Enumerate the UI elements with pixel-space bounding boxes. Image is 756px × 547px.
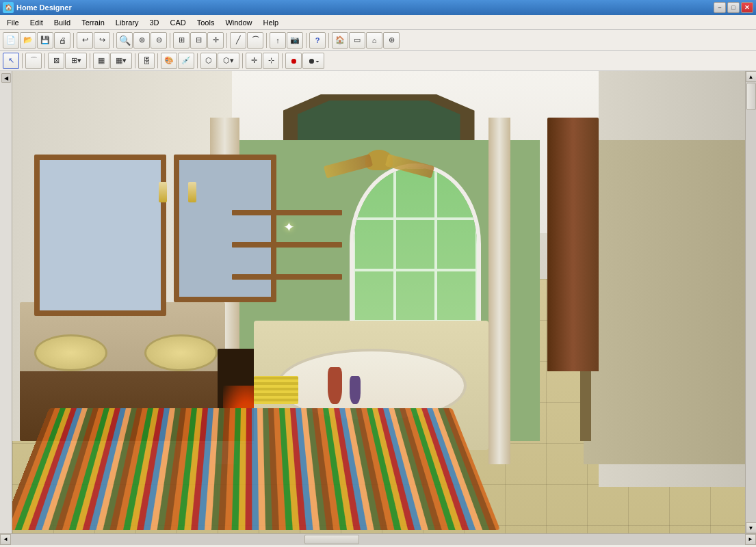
roof-button[interactable]: ⌂ [366, 32, 382, 49]
exterior-button[interactable]: 🏠 [332, 32, 348, 49]
floor-button[interactable]: ▭ [349, 32, 365, 49]
title-bar: 🏠 Home Designer – □ ✕ [0, 0, 756, 15]
fit-button[interactable]: ⊞ [173, 32, 190, 49]
main-area: ◀ [0, 71, 756, 533]
new-button[interactable]: 📄 [3, 32, 19, 49]
toolbar-2: ↖ ⌒ ⊠ ⊞▾ ▦ ▦▾ 🗄 🎨 💉 ⬡ ⬡▾ ✛ ⊹ ⏺ ⏺▾ [0, 51, 756, 71]
menu-item-help[interactable]: Help [258, 17, 285, 28]
toolbar-separator [135, 53, 135, 68]
toolbar-separator [266, 33, 267, 48]
terrain-button[interactable]: ⬡ [200, 53, 217, 69]
mirror-left [34, 155, 166, 317]
scroll-down-button[interactable]: ▼ [746, 522, 757, 533]
column-right [488, 118, 510, 464]
scrollbar-bottom: ◄ ► [0, 533, 756, 544]
transform-button[interactable]: ⊹ [263, 53, 279, 69]
freehand-button[interactable]: ⌒ [25, 53, 42, 69]
rooms-dropdown[interactable]: ▦▾ [110, 53, 132, 69]
toolbar-separator [22, 53, 23, 68]
left-sidebar-button[interactable]: ◀ [1, 73, 11, 83]
toolbar-separator [73, 33, 74, 48]
scroll-thumb[interactable] [746, 83, 756, 110]
eyedropper-button[interactable]: 💉 [178, 53, 194, 69]
toolbar-separator [44, 53, 45, 68]
redo-button[interactable]: ↪ [94, 32, 110, 49]
menu-item-edit[interactable]: Edit [25, 17, 49, 28]
symbol-button[interactable]: ⊛ [383, 32, 400, 49]
scroll-up-button[interactable]: ▲ [746, 71, 757, 82]
arrow-button[interactable]: ↑ [270, 32, 286, 49]
shower-area [584, 140, 745, 464]
app-icon: 🏠 [3, 2, 14, 13]
material-button[interactable]: 🎨 [161, 53, 177, 69]
menu-item-library[interactable]: Library [110, 17, 144, 28]
select-tool-button[interactable]: ↖ [3, 53, 19, 69]
window-pane [354, 219, 395, 270]
undo-button[interactable]: ↩ [77, 32, 93, 49]
move-button[interactable]: ✛ [207, 32, 224, 49]
line-button[interactable]: ╱ [230, 32, 246, 49]
toolbar-separator [242, 53, 243, 68]
title-text: Home Designer [16, 3, 714, 12]
cabinet-button[interactable]: 🗄 [138, 53, 155, 69]
scroll-left-button[interactable]: ◄ [0, 534, 11, 545]
toolbar-separator [282, 53, 283, 68]
toolbar-separator [328, 33, 329, 48]
menu-item-3d[interactable]: 3D [144, 17, 164, 28]
menu-bar: File Edit Build Terrain Library 3D CAD T… [0, 15, 756, 30]
window-pane [395, 219, 436, 270]
scroll-track[interactable] [746, 82, 757, 522]
window-controls: – □ ✕ [714, 2, 753, 13]
help-button[interactable]: ? [309, 32, 326, 49]
menu-item-tools[interactable]: Tools [192, 17, 220, 28]
toolbar-separator [197, 53, 198, 68]
menu-item-window[interactable]: Window [220, 17, 257, 28]
zoom-in-button[interactable]: 🔍 [116, 32, 133, 49]
menu-item-file[interactable]: File [1, 17, 25, 28]
terrain-dropdown[interactable]: ⬡▾ [218, 53, 239, 69]
select-all-button[interactable]: ⊟ [190, 32, 207, 49]
toolbar-separator [113, 33, 114, 48]
wall-light-1 [159, 182, 167, 202]
ceiling-fan [365, 150, 393, 170]
zoom-window-button[interactable]: ⊕ [133, 32, 150, 49]
mirror-right [174, 155, 276, 302]
shelf-2 [232, 242, 342, 248]
scrollbar-right: ▲ ▼ [745, 71, 756, 533]
close-button[interactable]: ✕ [741, 2, 753, 13]
minimize-button[interactable]: – [714, 2, 726, 13]
shelf-1 [232, 210, 342, 215]
record-button[interactable]: ⏺ [285, 53, 302, 69]
toolbar-separator [170, 33, 170, 48]
toolbar-separator [157, 53, 158, 68]
open-button[interactable]: 📂 [20, 32, 36, 49]
hscroll-thumb[interactable] [304, 535, 359, 544]
window-pane [354, 270, 395, 321]
walls-dropdown[interactable]: ⊞▾ [65, 53, 87, 69]
shelf-3 [232, 274, 342, 280]
status-bar [0, 544, 756, 547]
toolbar-separator [90, 53, 90, 68]
scroll-right-button[interactable]: ► [745, 534, 756, 545]
print-button[interactable]: 🖨 [54, 32, 70, 49]
menu-item-terrain[interactable]: Terrain [76, 17, 110, 28]
toolbar-separator [226, 33, 227, 48]
walls-button[interactable]: ⊠ [48, 53, 64, 69]
fan-blades [324, 160, 434, 174]
window-pane [436, 270, 477, 321]
rooms-button[interactable]: ▦ [93, 53, 109, 69]
record-dropdown[interactable]: ⏺▾ [302, 53, 324, 69]
arc-button[interactable]: ⌒ [247, 32, 263, 49]
towels [254, 376, 298, 404]
save-button[interactable]: 💾 [37, 32, 53, 49]
star-decoration: ✦ [283, 219, 295, 235]
canvas-area[interactable]: ✦ [12, 71, 745, 533]
sink-right [144, 334, 218, 371]
hscroll-track[interactable] [11, 534, 745, 545]
menu-item-cad[interactable]: CAD [164, 17, 191, 28]
maximize-button[interactable]: □ [727, 2, 740, 13]
move-tool-button[interactable]: ✛ [246, 53, 262, 69]
camera-button[interactable]: 📷 [287, 32, 303, 49]
menu-item-build[interactable]: Build [49, 17, 76, 28]
zoom-out-button[interactable]: ⊖ [151, 32, 167, 49]
